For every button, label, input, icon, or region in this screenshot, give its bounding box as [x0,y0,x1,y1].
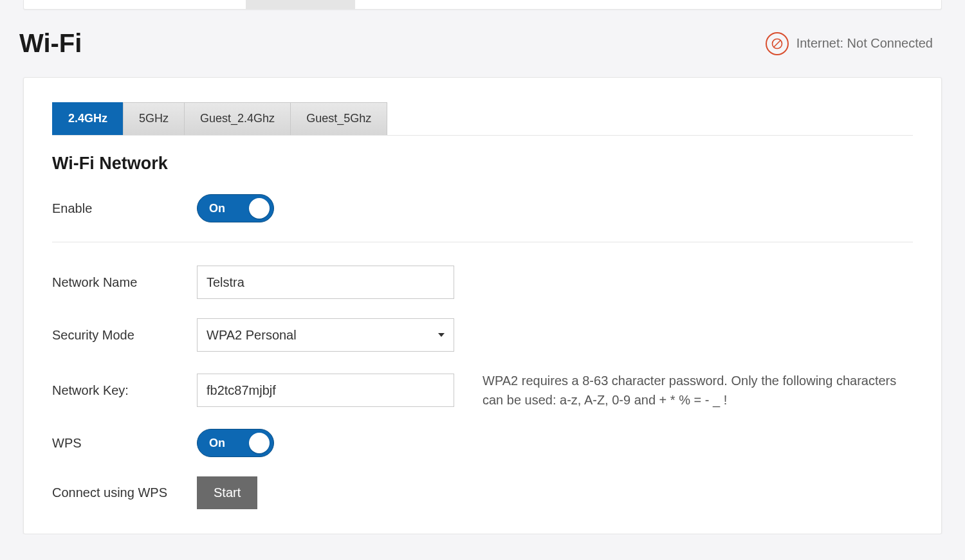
page-header: Wi-Fi Internet: Not Connected [0,10,965,77]
toggle-knob [249,433,270,453]
row-network-key: Network Key: WPA2 requires a 8-63 charac… [52,371,913,410]
tab-2-4ghz[interactable]: 2.4GHz [52,102,124,135]
enable-toggle[interactable]: On [197,194,274,222]
divider [52,242,913,242]
connect-wps-label: Connect using WPS [52,485,197,500]
network-name-input[interactable] [197,266,454,299]
internet-status-label: Internet: Not Connected [796,36,933,51]
network-key-hint: WPA2 requires a 8-63 character password.… [482,371,913,410]
security-mode-select[interactable]: WPA2 Personal [197,318,454,352]
network-name-label: Network Name [52,275,197,290]
network-key-input[interactable] [197,374,454,407]
wps-toggle-text: On [209,437,225,450]
enable-label: Enable [52,201,197,216]
row-security-mode: Security Mode WPA2 Personal [52,318,913,352]
page-title: Wi-Fi [19,29,82,58]
security-mode-label: Security Mode [52,328,197,343]
svg-line-1 [774,41,780,47]
wifi-settings-card: 2.4GHz 5GHz Guest_2.4Ghz Guest_5Ghz Wi-F… [23,77,942,534]
top-nav-active-tab [246,0,355,9]
section-title: Wi-Fi Network [52,154,913,174]
wifi-band-tabs: 2.4GHz 5GHz Guest_2.4Ghz Guest_5Ghz [52,102,913,136]
row-enable: Enable On [52,194,913,222]
chevron-down-icon [438,333,445,337]
row-network-name: Network Name [52,266,913,299]
wps-start-button[interactable]: Start [197,476,257,509]
row-connect-wps: Connect using WPS Start [52,476,913,509]
toggle-knob [249,198,270,219]
wps-toggle[interactable]: On [197,429,274,457]
enable-toggle-text: On [209,202,225,215]
network-key-label: Network Key: [52,383,197,398]
internet-disconnected-icon [766,32,789,55]
tab-guest-2-4ghz[interactable]: Guest_2.4Ghz [184,102,291,135]
security-mode-value: WPA2 Personal [207,328,297,343]
tab-5ghz[interactable]: 5GHz [123,102,185,135]
tab-guest-5ghz[interactable]: Guest_5Ghz [290,102,387,135]
internet-status: Internet: Not Connected [766,32,933,55]
row-wps: WPS On [52,429,913,457]
top-nav-remnant [23,0,942,10]
wps-label: WPS [52,436,197,451]
